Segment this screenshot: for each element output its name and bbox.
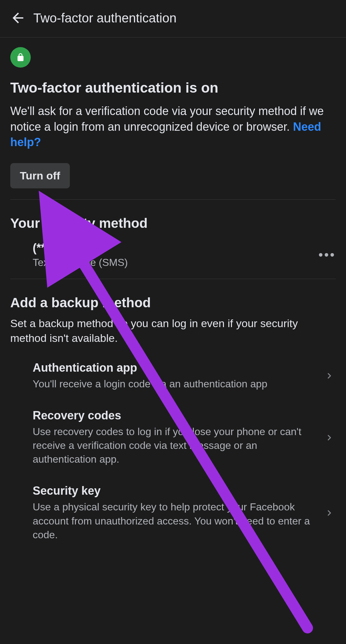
security-method-text: (***) ***-**15 Text message (SMS)	[33, 241, 317, 268]
main-content: Two-factor authentication is on We'll as…	[0, 37, 346, 551]
backup-method-description: Set a backup method so you can log in ev…	[10, 316, 336, 346]
backup-item-authentication-app[interactable]: Authentication app You'll receive a logi…	[10, 352, 336, 400]
phone-number-masked: (***) ***-**15	[33, 241, 317, 255]
chevron-right-icon	[323, 371, 336, 380]
turn-off-button[interactable]: Turn off	[10, 163, 70, 188]
backup-item-title: Recovery codes	[33, 409, 317, 422]
security-method-row[interactable]: (***) ***-**15 Text message (SMS) •••	[10, 231, 336, 279]
phone-method-label: Text message (SMS)	[33, 257, 317, 268]
section-divider	[10, 199, 336, 200]
phone-icon	[10, 248, 33, 262]
status-description: We'll ask for a verification code via yo…	[10, 103, 336, 150]
backup-method-heading: Add a backup method	[10, 295, 336, 310]
backup-item-security-key[interactable]: Security key Use a physical security key…	[10, 475, 336, 551]
status-lock-badge	[10, 47, 31, 68]
page-title: Two-factor authentication	[33, 11, 177, 25]
chevron-right-icon	[323, 508, 336, 517]
backup-item-text: Authentication app You'll receive a logi…	[33, 361, 323, 391]
more-options-button[interactable]: •••	[317, 248, 336, 262]
backup-item-title: Security key	[33, 484, 317, 498]
backup-item-sub: Use a physical security key to help prot…	[33, 500, 317, 542]
backup-item-sub: You'll receive a login code via an authe…	[33, 377, 317, 391]
status-description-text: We'll ask for a verification code via yo…	[10, 104, 324, 133]
backup-item-text: Recovery codes Use recovery codes to log…	[33, 409, 323, 466]
back-button[interactable]	[9, 9, 27, 27]
backup-item-text: Security key Use a physical security key…	[33, 484, 323, 542]
security-method-heading: Your security method	[10, 216, 336, 231]
backup-item-sub: Use recovery codes to log in if you lose…	[33, 425, 317, 466]
authentication-app-icon	[10, 369, 33, 383]
header-bar: Two-factor authentication	[0, 0, 346, 37]
chevron-right-icon	[323, 433, 336, 442]
status-heading: Two-factor authentication is on	[10, 80, 336, 96]
backup-item-title: Authentication app	[33, 361, 317, 375]
section-divider	[10, 279, 336, 279]
security-key-icon	[10, 506, 33, 520]
recovery-codes-icon	[10, 431, 33, 445]
lock-icon	[16, 53, 25, 62]
back-arrow-icon	[10, 10, 26, 26]
backup-item-recovery-codes[interactable]: Recovery codes Use recovery codes to log…	[10, 400, 336, 475]
